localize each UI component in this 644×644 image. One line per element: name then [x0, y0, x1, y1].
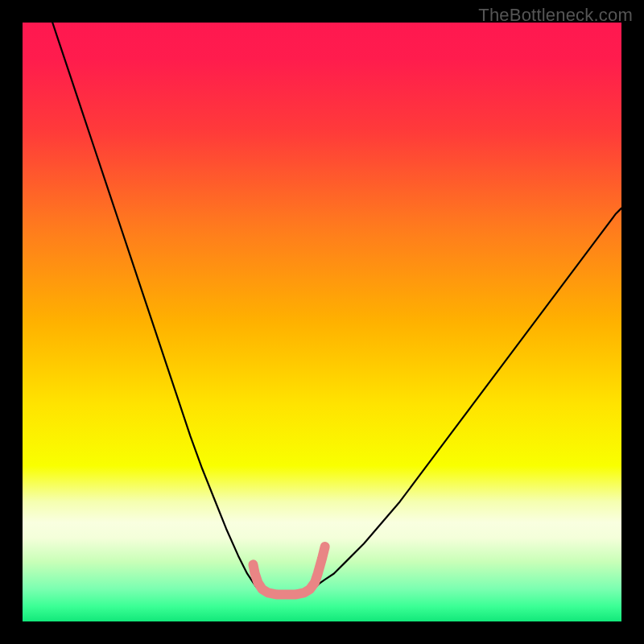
chart-frame: TheBottleneck.com: [0, 0, 644, 644]
gradient-background: [23, 23, 621, 621]
plot-area: [23, 23, 621, 621]
chart-svg: [23, 23, 621, 621]
watermark-label: TheBottleneck.com: [478, 5, 633, 26]
